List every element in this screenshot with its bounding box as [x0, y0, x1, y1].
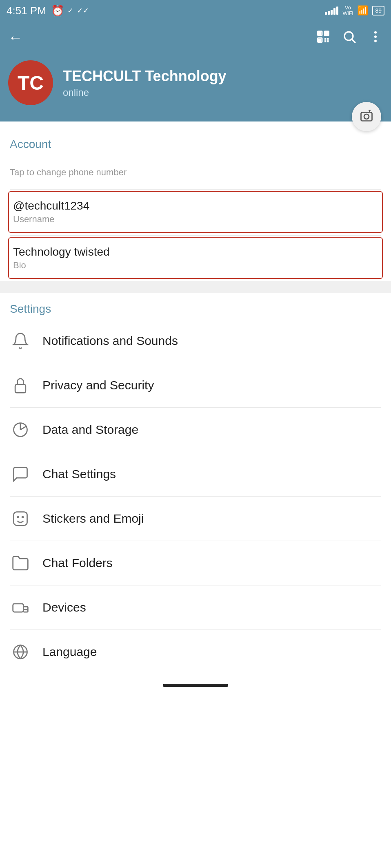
- profile-header: TC TECHCULT Technology online: [0, 54, 391, 121]
- search-icon[interactable]: [342, 29, 357, 46]
- profile-status: online: [63, 87, 383, 98]
- svg-rect-15: [324, 38, 327, 40]
- svg-rect-16: [327, 38, 329, 40]
- username-field[interactable]: @techcult1234 Username: [10, 193, 381, 231]
- qr-icon[interactable]: [316, 29, 331, 46]
- sticker-icon: [10, 508, 31, 529]
- bio-label: Bio: [13, 260, 378, 271]
- data-label: Data and Storage: [42, 423, 138, 437]
- profile-info: TECHCULT Technology online: [63, 67, 383, 98]
- nav-actions: [316, 29, 383, 46]
- settings-item-language[interactable]: Language: [10, 630, 381, 674]
- svg-rect-5: [319, 39, 321, 41]
- svg-rect-28: [15, 384, 26, 393]
- devices-label: Devices: [42, 601, 86, 614]
- battery-indicator: 89: [372, 6, 384, 15]
- folders-label: Chat Folders: [42, 556, 113, 570]
- settings-item-notifications[interactable]: Notifications and Sounds: [10, 319, 381, 363]
- svg-rect-30: [14, 512, 27, 526]
- username-value: @techcult1234: [13, 199, 378, 212]
- home-indicator: [163, 684, 228, 687]
- globe-icon: [10, 641, 31, 663]
- status-time: 4:51 PM ⏰ ✓ ✓✓: [7, 4, 89, 17]
- bottom-bar: [0, 677, 391, 697]
- vo-wifi-label: VoWiFi: [342, 5, 353, 17]
- check-icon: ✓: [67, 6, 73, 15]
- settings-item-privacy[interactable]: Privacy and Security: [10, 363, 381, 408]
- phone-field[interactable]: Tap to change phone number: [10, 159, 381, 190]
- privacy-label: Privacy and Security: [42, 378, 154, 392]
- svg-point-21: [374, 31, 377, 34]
- svg-rect-4: [326, 33, 328, 35]
- avatar: TC: [8, 60, 53, 105]
- svg-rect-33: [13, 604, 24, 612]
- pie-chart-icon: [10, 419, 31, 440]
- back-button[interactable]: ←: [8, 29, 23, 46]
- settings-item-stickers[interactable]: Stickers and Emoji: [10, 497, 381, 541]
- lock-icon: [10, 375, 31, 396]
- more-icon[interactable]: [368, 29, 383, 46]
- language-label: Language: [42, 645, 97, 659]
- settings-item-data[interactable]: Data and Storage: [10, 408, 381, 452]
- settings-item-folders[interactable]: Chat Folders: [10, 541, 381, 585]
- account-title: Account: [10, 138, 381, 151]
- svg-point-32: [22, 516, 24, 519]
- svg-point-31: [17, 516, 20, 519]
- svg-rect-18: [327, 40, 329, 42]
- check-icon-2: ✓✓: [77, 6, 89, 15]
- settings-title: Settings: [10, 303, 381, 316]
- settings-item-devices[interactable]: Devices: [10, 585, 381, 630]
- time-display: 4:51 PM: [7, 4, 46, 17]
- svg-rect-3: [319, 33, 321, 35]
- add-photo-button[interactable]: [352, 102, 381, 131]
- chat-settings-label: Chat Settings: [42, 467, 116, 481]
- profile-name: TECHCULT Technology: [63, 67, 383, 85]
- bio-value: Technology twisted: [13, 245, 378, 258]
- svg-line-20: [352, 40, 355, 43]
- signal-icon: [325, 7, 338, 15]
- chat-icon: [10, 464, 31, 485]
- phone-hint: Tap to change phone number: [10, 167, 381, 178]
- folder-icon: [10, 552, 31, 574]
- wifi-icon: 📶: [357, 5, 368, 16]
- svg-point-19: [344, 32, 353, 40]
- username-label: Username: [13, 214, 378, 225]
- settings-item-chat[interactable]: Chat Settings: [10, 452, 381, 497]
- svg-rect-17: [324, 40, 327, 42]
- svg-rect-24: [361, 113, 372, 121]
- status-right: VoWiFi 📶 89: [325, 5, 384, 17]
- nav-bar: ←: [0, 21, 391, 54]
- status-icons: ⏰ ✓ ✓✓: [51, 4, 89, 17]
- svg-point-22: [374, 35, 377, 38]
- status-bar: 4:51 PM ⏰ ✓ ✓✓ VoWiFi 📶 89: [0, 0, 391, 21]
- svg-point-25: [364, 114, 369, 119]
- section-divider: [0, 281, 391, 293]
- bell-icon: [10, 330, 31, 351]
- settings-section: Settings Notifications and Sounds Privac…: [0, 293, 391, 674]
- svg-point-23: [374, 40, 377, 42]
- devices-icon: [10, 597, 31, 618]
- notifications-label: Notifications and Sounds: [42, 334, 178, 348]
- alarm-icon: ⏰: [51, 4, 64, 17]
- account-section: Account Tap to change phone number @tech…: [0, 121, 391, 281]
- stickers-label: Stickers and Emoji: [42, 512, 144, 526]
- bio-field[interactable]: Technology twisted Bio: [10, 239, 381, 277]
